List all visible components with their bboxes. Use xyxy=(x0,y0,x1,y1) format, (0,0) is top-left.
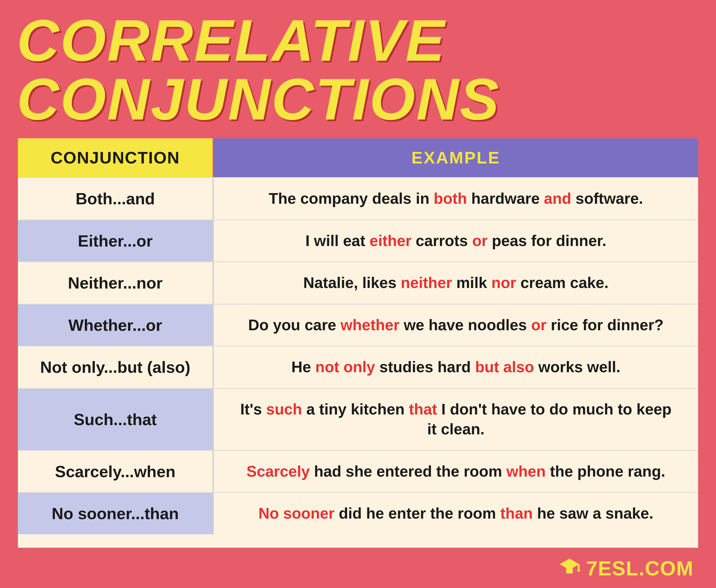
example-cell: It's such a tiny kitchen that I don't ha… xyxy=(214,389,698,450)
table-row: No sooner...thanNo sooner did he enter t… xyxy=(18,492,698,534)
example-value: Do you care whether we have noodles or r… xyxy=(248,315,664,335)
example-cell: No sooner did he enter the room than he … xyxy=(214,493,698,534)
example-value: Scarcely had she entered the room when t… xyxy=(246,462,665,482)
conjunction-cell: Such...that xyxy=(18,389,214,450)
conjunction-value: Neither...nor xyxy=(68,273,162,292)
example-value: The company deals in both hardware and s… xyxy=(269,189,643,209)
highlight-word: that xyxy=(409,400,437,418)
table-row: Both...andThe company deals in both hard… xyxy=(18,177,698,219)
svg-point-6 xyxy=(577,569,580,572)
highlight-word: whether xyxy=(340,316,399,334)
conjunction-value: Both...and xyxy=(75,189,155,208)
conjunction-cell: Both...and xyxy=(18,178,214,219)
logo-icon xyxy=(558,557,581,580)
header-conjunction-label: CONJUNCTION xyxy=(51,148,180,167)
highlight-word: No sooner xyxy=(258,505,334,522)
page-title: CORRELATIVE CONJUNCTIONS xyxy=(17,11,699,129)
highlight-word: or xyxy=(531,316,546,334)
highlight-word: both xyxy=(434,190,467,207)
highlight-word: such xyxy=(266,400,302,418)
example-value: No sooner did he enter the room than he … xyxy=(258,503,653,524)
conjunction-value: Scarcely...when xyxy=(55,462,176,481)
conjunction-value: No sooner...than xyxy=(52,504,179,523)
highlight-word: either xyxy=(369,232,411,249)
conjunction-cell: Neither...nor xyxy=(18,262,214,304)
highlight-word: when xyxy=(506,463,546,480)
example-value: I will eat either carrots or peas for di… xyxy=(305,231,606,251)
example-cell: Do you care whether we have noodles or r… xyxy=(214,304,698,346)
example-value: It's such a tiny kitchen that I don't ha… xyxy=(236,399,676,439)
example-cell: He not only studies hard but also works … xyxy=(214,346,698,388)
conjunction-cell: Whether...or xyxy=(18,304,214,346)
table-row: Either...orI will eat either carrots or … xyxy=(18,219,698,262)
conjunction-cell: Not only...but (also) xyxy=(18,346,214,388)
example-cell: Natalie, likes neither milk nor cream ca… xyxy=(214,262,698,304)
table-row: Such...thatIt's such a tiny kitchen that… xyxy=(18,388,698,450)
table-container: CONJUNCTION EXAMPLE Both...andThe compan… xyxy=(17,137,699,549)
table-row: Whether...orDo you care whether we have … xyxy=(18,304,698,346)
highlight-word: or xyxy=(472,232,487,249)
conjunction-value: Such...that xyxy=(74,410,157,429)
conjunction-cell: Either...or xyxy=(18,220,214,262)
example-cell: The company deals in both hardware and s… xyxy=(214,178,698,219)
header-example-label: EXAMPLE xyxy=(411,148,500,167)
highlight-word: nor xyxy=(492,274,516,291)
example-cell: I will eat either carrots or peas for di… xyxy=(214,220,698,262)
table-header: CONJUNCTION EXAMPLE xyxy=(18,138,698,177)
table-row: Scarcely...whenScarcely had she entered … xyxy=(18,450,698,492)
example-cell: Scarcely had she entered the room when t… xyxy=(214,451,698,492)
footer: 7ESL.COM xyxy=(0,549,716,588)
conjunction-cell: No sooner...than xyxy=(18,493,214,534)
highlight-word: neither xyxy=(401,274,452,291)
highlight-word: Scarcely xyxy=(246,463,310,480)
example-value: Natalie, likes neither milk nor cream ca… xyxy=(303,273,608,293)
conjunction-value: Whether...or xyxy=(68,316,162,334)
svg-rect-4 xyxy=(566,568,573,573)
conjunction-cell: Scarcely...when xyxy=(18,451,214,492)
table-row: Not only...but (also)He not only studies… xyxy=(18,345,698,388)
table-body: Both...andThe company deals in both hard… xyxy=(18,177,698,534)
table-row: Neither...norNatalie, likes neither milk… xyxy=(18,261,698,304)
logo-area: 7ESL.COM xyxy=(558,557,694,580)
example-value: He not only studies hard but also works … xyxy=(291,357,621,377)
logo-text: 7ESL.COM xyxy=(586,557,694,580)
header-example-cell: EXAMPLE xyxy=(214,138,698,177)
conjunction-value: Either...or xyxy=(78,231,153,250)
page-wrapper: CORRELATIVE CONJUNCTIONS CONJUNCTION EXA… xyxy=(0,0,716,588)
highlight-word: and xyxy=(544,190,571,207)
header-conjunction-cell: CONJUNCTION xyxy=(18,138,214,177)
svg-marker-3 xyxy=(560,559,579,570)
highlight-word: than xyxy=(500,505,533,522)
title-area: CORRELATIVE CONJUNCTIONS xyxy=(0,0,716,137)
highlight-word: but also xyxy=(475,358,534,376)
conjunction-value: Not only...but (also) xyxy=(40,358,191,376)
highlight-word: not only xyxy=(315,358,375,376)
